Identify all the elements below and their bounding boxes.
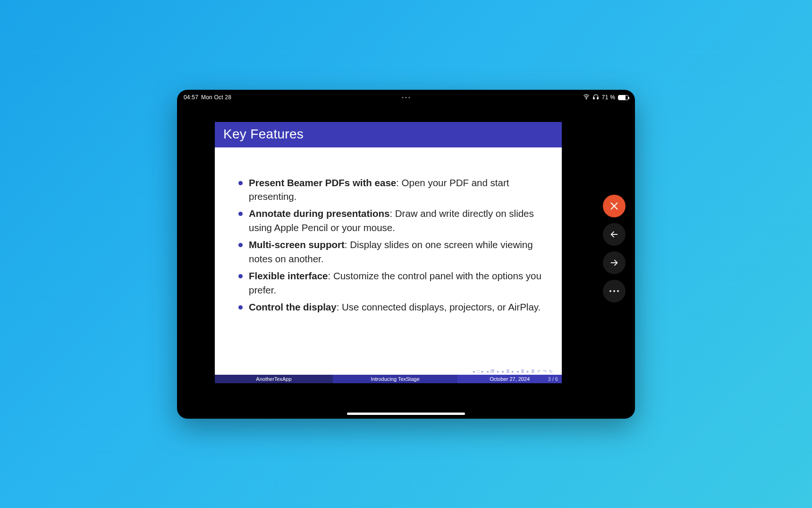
list-item: Present Beamer PDFs with ease: Open your… (238, 176, 545, 204)
home-indicator[interactable] (347, 413, 465, 415)
footer-author: AnotherTexApp (215, 375, 333, 383)
footer-date: October 27, 2024 3 / 6 (457, 375, 562, 383)
wifi-icon (583, 94, 590, 102)
battery-icon (618, 95, 628, 100)
status-time: 04:57 (184, 94, 198, 101)
slide-footer: AnotherTexApp Introducing TexStage Octob… (215, 375, 562, 383)
more-button[interactable] (603, 280, 626, 302)
slide-body: Present Beamer PDFs with ease: Open your… (215, 147, 562, 368)
slide-title: Key Features (215, 122, 562, 147)
svg-rect-1 (593, 97, 594, 99)
dot-icon (402, 97, 404, 98)
ipad-device-frame: 04:57 Mon Oct 28 71 % Key Features Prese… (177, 90, 635, 419)
multitask-dots[interactable] (402, 97, 410, 98)
presentation-slide[interactable]: Key Features Present Beamer PDFs with ea… (215, 122, 562, 383)
status-bar: 04:57 Mon Oct 28 71 % (177, 94, 635, 102)
list-item: Annotate during presentations: Draw and … (238, 207, 545, 235)
dot-icon (409, 97, 410, 98)
arrow-left-icon (609, 229, 619, 240)
beamer-nav-icons: ◂ □ ▸ ◂ 🗗 ▸ ◂ ≣ ▸ ◂ ≣ ▸ ≣ ↶ ↷ ↻ (215, 368, 562, 375)
dot-icon (406, 97, 407, 98)
svg-point-0 (586, 98, 586, 99)
footer-title: Introducing TexStage (333, 375, 458, 383)
headphones-icon (592, 94, 599, 102)
arrow-right-icon (609, 258, 619, 268)
svg-rect-2 (597, 97, 598, 99)
more-icon (609, 290, 619, 292)
next-button[interactable] (603, 251, 626, 274)
close-icon (609, 201, 619, 211)
footer-page: 3 / 6 (548, 375, 558, 383)
list-item: Multi-screen support: Display slides on … (238, 238, 545, 266)
list-item: Control the display: Use connected displ… (238, 300, 545, 314)
presenter-controls (603, 195, 626, 302)
status-date: Mon Oct 28 (201, 94, 231, 101)
battery-percent: 71 % (602, 94, 615, 101)
bullet-list: Present Beamer PDFs with ease: Open your… (232, 176, 545, 314)
list-item: Flexible interface: Customize the contro… (238, 269, 545, 297)
previous-button[interactable] (603, 223, 626, 246)
close-button[interactable] (603, 195, 626, 217)
